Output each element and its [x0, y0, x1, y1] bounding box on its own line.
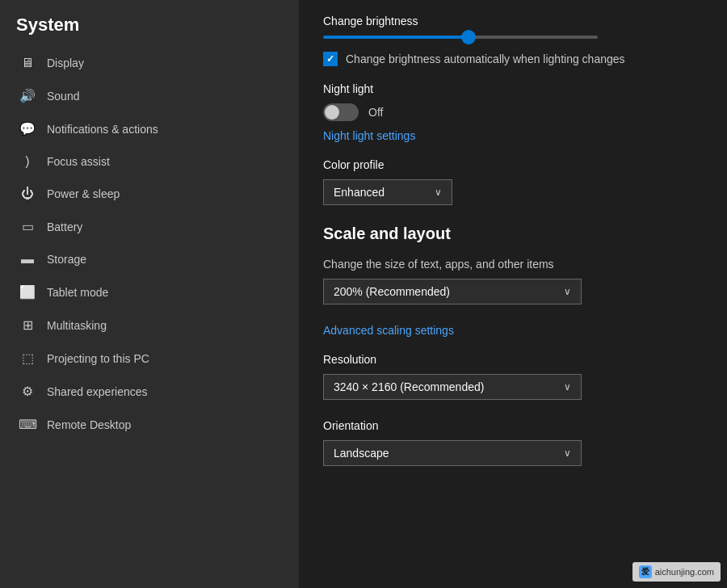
orientation-value: Landscape	[334, 447, 389, 460]
sidebar-item-label: Sound	[47, 90, 79, 103]
sidebar-item-label: Multitasking	[47, 319, 107, 332]
sidebar-item-label: Storage	[47, 253, 86, 266]
auto-brightness-checkbox[interactable]	[323, 52, 338, 66]
sidebar-item-storage[interactable]: ▬ Storage	[0, 243, 299, 275]
brightness-label: Change brightness	[323, 15, 703, 27]
size-value: 200% (Recommended)	[334, 285, 450, 298]
sidebar-item-label: Projecting to this PC	[47, 352, 149, 365]
storage-icon: ▬	[16, 252, 39, 267]
color-profile-arrow: ∨	[435, 187, 442, 198]
orientation-dropdown[interactable]: Landscape ∨	[323, 440, 582, 466]
remote-icon: ⌨	[16, 417, 39, 432]
shared-icon: ⚙	[16, 384, 39, 399]
sidebar-item-sound[interactable]: 🔊 Sound	[0, 79, 299, 112]
auto-brightness-label: Change brightness automatically when lig…	[346, 52, 625, 65]
sidebar-item-display[interactable]: 🖥 Display	[0, 47, 299, 79]
sidebar-item-label: Display	[47, 57, 84, 69]
scale-layout-heading: Scale and layout	[323, 225, 703, 243]
sidebar-item-notifications[interactable]: 💬 Notifications & actions	[0, 112, 299, 145]
power-icon: ⏻	[16, 187, 39, 201]
projecting-icon: ⬚	[16, 351, 39, 366]
resolution-label: Resolution	[323, 353, 703, 366]
watermark: 爱 aichunjing.com	[632, 562, 721, 582]
resolution-dropdown[interactable]: 3240 × 2160 (Recommended) ∨	[323, 374, 582, 400]
sidebar-item-focus-assist[interactable]: ) Focus assist	[0, 145, 299, 178]
resolution-value: 3240 × 2160 (Recommended)	[334, 380, 484, 393]
night-light-section: Night light Off Night light settings	[323, 82, 703, 142]
sidebar: System 🖥 Display 🔊 Sound 💬 Notifications…	[0, 0, 299, 588]
main-content: Change brightness Change brightness auto…	[299, 0, 727, 588]
color-profile-section: Color profile Enhanced ∨	[323, 158, 703, 205]
night-light-toggle[interactable]	[323, 103, 359, 121]
sidebar-item-label: Shared experiences	[47, 385, 148, 398]
sidebar-item-projecting[interactable]: ⬚ Projecting to this PC	[0, 342, 299, 375]
night-light-label: Night light	[323, 82, 703, 95]
color-profile-label: Color profile	[323, 158, 703, 171]
tablet-icon: ⬜	[16, 284, 39, 300]
scale-size-section: Change the size of text, apps, and other…	[323, 258, 703, 304]
sidebar-item-multitasking[interactable]: ⊞ Multitasking	[0, 309, 299, 342]
sidebar-item-shared-experiences[interactable]: ⚙ Shared experiences	[0, 375, 299, 408]
brightness-section: Change brightness	[323, 15, 703, 39]
orientation-section: Orientation Landscape ∨	[323, 419, 703, 466]
sidebar-item-remote-desktop[interactable]: ⌨ Remote Desktop	[0, 408, 299, 441]
toggle-state-label: Off	[368, 106, 383, 119]
multitasking-icon: ⊞	[16, 317, 39, 333]
focus-icon: )	[16, 154, 39, 169]
sidebar-title: System	[0, 0, 299, 47]
night-light-settings-link[interactable]: Night light settings	[323, 129, 703, 142]
sidebar-item-label: Focus assist	[47, 155, 110, 168]
brightness-slider[interactable]	[323, 36, 598, 39]
sidebar-item-battery[interactable]: ▭ Battery	[0, 210, 299, 243]
auto-brightness-row[interactable]: Change brightness automatically when lig…	[323, 52, 703, 66]
brightness-thumb[interactable]	[461, 30, 476, 44]
orientation-arrow: ∨	[564, 447, 571, 459]
notifications-icon: 💬	[16, 121, 39, 136]
battery-icon: ▭	[16, 219, 39, 234]
watermark-text: aichunjing.com	[655, 567, 714, 577]
display-icon: 🖥	[16, 56, 39, 70]
advanced-scaling-link[interactable]: Advanced scaling settings	[323, 324, 703, 337]
sidebar-item-label: Power & sleep	[47, 187, 120, 200]
toggle-knob	[325, 105, 339, 120]
watermark-logo: 爱	[639, 565, 652, 578]
sidebar-item-power-sleep[interactable]: ⏻ Power & sleep	[0, 178, 299, 210]
color-profile-dropdown[interactable]: Enhanced ∨	[323, 179, 452, 205]
sidebar-item-label: Remote Desktop	[47, 418, 131, 431]
resolution-arrow: ∨	[564, 381, 571, 393]
sidebar-item-label: Tablet mode	[47, 286, 108, 299]
sidebar-item-tablet-mode[interactable]: ⬜ Tablet mode	[0, 275, 299, 309]
sound-icon: 🔊	[16, 88, 39, 103]
orientation-label: Orientation	[323, 419, 703, 432]
size-arrow: ∨	[564, 286, 571, 297]
color-profile-value: Enhanced	[334, 186, 385, 199]
size-label: Change the size of text, apps, and other…	[323, 258, 703, 271]
night-light-toggle-row: Off	[323, 103, 703, 121]
resolution-section: Resolution 3240 × 2160 (Recommended) ∨	[323, 353, 703, 400]
sidebar-item-label: Notifications & actions	[47, 123, 158, 136]
sidebar-item-label: Battery	[47, 220, 82, 233]
size-dropdown[interactable]: 200% (Recommended) ∨	[323, 279, 582, 304]
